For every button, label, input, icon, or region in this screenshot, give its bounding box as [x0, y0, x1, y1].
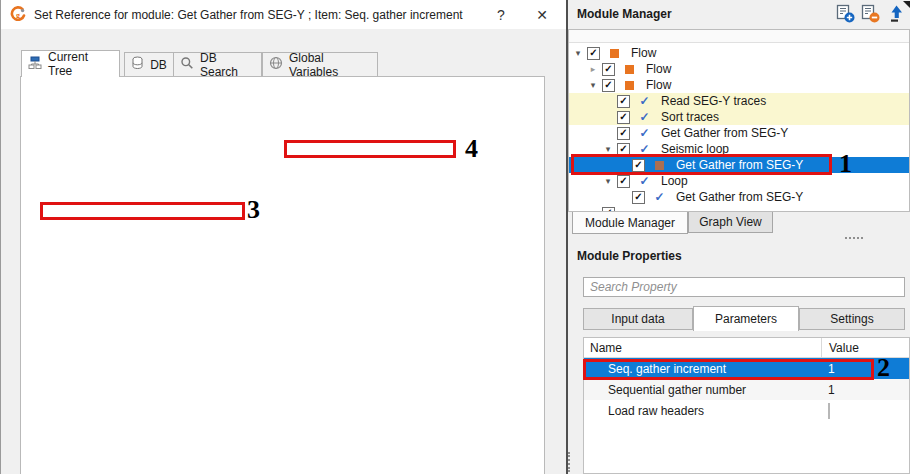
tab-input-data[interactable]: Input data	[583, 308, 693, 330]
dock-menu-icon[interactable]	[903, 1, 910, 9]
dialog-title: Set Reference for module: Get Gather fro…	[34, 8, 463, 22]
database-icon	[131, 56, 144, 73]
module-properties-title: Module Properties	[577, 249, 682, 263]
module-done-check-icon: ✓	[639, 95, 650, 107]
annotation-number-2: 2	[877, 355, 890, 381]
module-checkbox[interactable]: ✓	[602, 63, 615, 76]
table-row-selected[interactable]: Seq. gather increment 1	[584, 358, 909, 379]
module-row-seismic-loop[interactable]: ▾ ✓ ✓ Seismic loop	[569, 141, 909, 157]
module-checkbox[interactable]: ✓	[602, 79, 615, 92]
property-name: Load raw headers	[584, 404, 821, 418]
annotation-number-3: 3	[247, 197, 260, 223]
module-done-check-icon: ✓	[639, 111, 650, 123]
annotation-number-1: 1	[839, 151, 852, 177]
screenshot-root: g Set Reference for module: Get Gather f…	[0, 0, 910, 474]
module-done-check-icon: ✓	[639, 143, 650, 155]
module-done-check-icon: ✓	[639, 127, 650, 139]
module-row-get-gather[interactable]: ✓ ✓ Get Gather from SEG-Y	[569, 125, 909, 141]
table-row[interactable]: Load raw headers	[584, 400, 909, 421]
flow-square-icon	[624, 65, 635, 74]
set-reference-dialog: g Set Reference for module: Get Gather f…	[0, 0, 566, 474]
module-checkbox[interactable]: ✓	[632, 159, 645, 172]
module-row-sort-traces[interactable]: ✓ ✓ Sort traces	[569, 109, 909, 125]
add-module-icon[interactable]	[836, 4, 856, 24]
splitter-handle[interactable]	[845, 237, 863, 239]
module-label: Flow	[646, 78, 671, 92]
table-header: Name Value	[584, 338, 909, 358]
module-row-loop[interactable]: ▾ ✓ ✓ Loop	[569, 173, 909, 189]
module-checkbox[interactable]: ✓	[617, 111, 630, 124]
module-row-flow[interactable]: ▾ ✓ Flow	[569, 77, 909, 93]
module-checkbox[interactable]: ✓	[617, 95, 630, 108]
check-glyph: ✓	[589, 48, 597, 58]
tab-label: Global Variables	[289, 51, 371, 79]
module-label: Flow	[631, 46, 656, 60]
module-checkbox[interactable]: ✓	[632, 191, 645, 204]
module-label: Get Gather from SEG-Y	[676, 190, 803, 204]
check-glyph: ✓	[619, 112, 627, 122]
tab-current-tree[interactable]: Current Tree	[21, 50, 120, 77]
module-row-flow[interactable]: ▸ ✓ Flow	[569, 61, 909, 77]
dialog-titlebar[interactable]: g Set Reference for module: Get Gather f…	[1, 0, 567, 29]
dock-splitter-handle[interactable]	[568, 452, 570, 472]
module-row-get-gather[interactable]: ✓ ✓ Get Gather from SEG-Y	[569, 189, 909, 205]
check-glyph: ✓	[619, 128, 627, 138]
property-name: Sequential gather number	[584, 383, 821, 397]
tab-label: Current Tree	[48, 50, 113, 78]
tab-db-search[interactable]: DB Search	[173, 52, 262, 77]
help-button[interactable]: ?	[490, 5, 512, 24]
module-label: Get Gather from SEG-Y	[661, 126, 788, 140]
search-property-input[interactable]	[583, 277, 905, 297]
module-row-flow[interactable]: ▾ ✓ Flow	[569, 45, 909, 61]
docktab-module-manager[interactable]: Module Manager	[572, 212, 688, 234]
expander-open-icon[interactable]: ▾	[571, 45, 585, 61]
load-raw-headers-checkbox[interactable]	[828, 403, 830, 419]
table-row[interactable]: Sequential gather number 1	[584, 379, 909, 400]
property-value[interactable]: 1	[821, 362, 909, 376]
docktab-graph-view[interactable]: Graph View	[688, 212, 773, 233]
tab-parameters[interactable]: Parameters	[693, 306, 799, 331]
column-header-value[interactable]: Value	[821, 338, 909, 357]
tab-label: DB Search	[200, 51, 255, 79]
expander-open-icon[interactable]: ▾	[601, 141, 615, 157]
svg-text:g: g	[16, 11, 20, 20]
module-checkbox[interactable]: ✓	[587, 47, 600, 60]
module-row-partial[interactable]: ✓	[569, 205, 909, 212]
globe-icon	[269, 56, 283, 73]
close-button[interactable]: ✕	[531, 5, 553, 24]
expander-open-icon[interactable]: ▾	[601, 173, 615, 189]
property-name: Seq. gather increment	[584, 362, 821, 376]
check-glyph: ✓	[634, 192, 642, 202]
expander-closed-icon[interactable]: ▸	[586, 61, 600, 77]
docktab-label: Graph View	[699, 215, 761, 229]
check-glyph: ✓	[634, 160, 642, 170]
property-value-cell	[821, 404, 909, 418]
module-checkbox[interactable]: ✓	[617, 175, 630, 188]
tab-db[interactable]: DB	[124, 52, 174, 77]
module-done-check-icon: ✓	[654, 191, 665, 203]
check-glyph: ✓	[619, 144, 627, 154]
properties-table: Name Value Seq. gather increment 1 Seque…	[583, 337, 910, 474]
check-glyph: ✓	[619, 96, 627, 106]
tab-settings[interactable]: Settings	[799, 308, 905, 330]
module-current-square-icon	[654, 161, 665, 170]
module-label: Read SEG-Y traces	[661, 94, 766, 108]
tree-header-strip	[569, 30, 909, 43]
module-label: Sort traces	[661, 110, 719, 124]
column-header-name[interactable]: Name	[584, 341, 821, 355]
tab-label: Input data	[611, 312, 664, 326]
expander-open-icon[interactable]: ▾	[586, 77, 600, 93]
module-row-read-segy[interactable]: ✓ ✓ Read SEG-Y traces	[569, 93, 909, 109]
remove-module-icon[interactable]	[861, 4, 881, 24]
module-tree[interactable]: ▾ ✓ Flow ▸ ✓ Flow ▾ ✓ Flow ✓ ✓ Rea	[568, 29, 910, 212]
app-logo-icon: g	[10, 6, 27, 23]
module-checkbox[interactable]: ✓	[617, 127, 630, 140]
tree-icon	[28, 56, 42, 73]
check-glyph: ✓	[619, 176, 627, 186]
property-value[interactable]: 1	[821, 383, 909, 397]
check-glyph: ✓	[604, 80, 612, 90]
tab-global-variables[interactable]: Global Variables	[262, 52, 378, 77]
module-label: Flow	[646, 62, 671, 76]
module-checkbox[interactable]: ✓	[617, 143, 630, 156]
module-row-get-gather-selected[interactable]: ✓ Get Gather from SEG-Y	[569, 157, 909, 173]
